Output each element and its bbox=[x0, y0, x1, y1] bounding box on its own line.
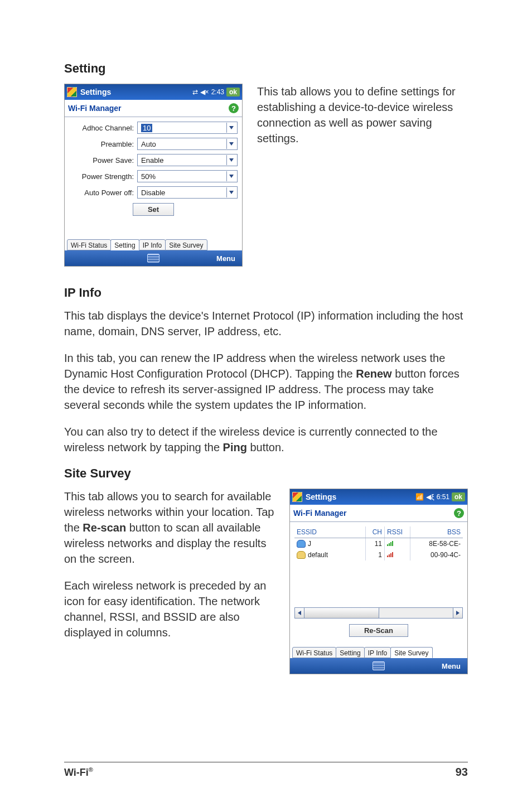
titlebar: Settings 📶 ◀ξ 6:51 ok bbox=[290, 489, 467, 505]
signal-icon: 📶 bbox=[415, 493, 424, 501]
ok-button[interactable]: ok bbox=[452, 492, 465, 501]
tab-site-survey[interactable]: Site Survey bbox=[390, 647, 432, 658]
col-ch[interactable]: CH bbox=[366, 526, 385, 538]
rssi-value bbox=[385, 549, 410, 561]
titlebar: Settings ⇄ ◀× 2:43 ok bbox=[65, 84, 242, 100]
network-secure-icon bbox=[297, 540, 306, 548]
setting-description: This tab allows you to define settings f… bbox=[257, 84, 468, 146]
sitesurvey-row: This tab allows you to search for availa… bbox=[64, 489, 468, 674]
bottombar: Menu bbox=[65, 250, 242, 266]
label-power-save: Power Save: bbox=[69, 156, 137, 165]
bssid-value: 00-90-4C- bbox=[410, 549, 463, 561]
keyboard-icon[interactable] bbox=[147, 254, 159, 263]
col-essid[interactable]: ESSID bbox=[294, 526, 366, 538]
rescan-button[interactable]: Re-Scan bbox=[349, 624, 408, 637]
ipinfo-p2: In this tab, you can renew the IP addres… bbox=[64, 350, 468, 413]
ok-button[interactable]: ok bbox=[226, 88, 240, 96]
screenshot-sitesurvey: Settings 📶 ◀ξ 6:51 ok Wi-Fi Manager ? ES… bbox=[289, 489, 468, 674]
help-icon[interactable]: ? bbox=[229, 103, 239, 113]
page-number: 93 bbox=[456, 766, 468, 779]
tabstrip: Wi-Fi Status Setting IP Info Site Survey bbox=[290, 645, 467, 658]
setting-row: Settings ⇄ ◀× 2:43 ok Wi-Fi Manager ? Ad… bbox=[64, 84, 468, 267]
label-power-strength: Power Strength: bbox=[69, 172, 137, 181]
menu-button[interactable]: Menu bbox=[216, 250, 235, 266]
table-body: J 11 8E-58-CE- default 1 bbox=[294, 538, 463, 605]
system-tray: ⇄ ◀× 2:43 ok bbox=[192, 88, 240, 96]
ping-keyword: Ping bbox=[223, 441, 247, 453]
sitesurvey-p1: This tab allows you to search for availa… bbox=[64, 489, 275, 567]
bssid-value: 8E-58-CE- bbox=[410, 538, 463, 549]
chevron-down-icon[interactable] bbox=[226, 139, 236, 149]
tabstrip: Wi-Fi Status Setting IP Info Site Survey bbox=[65, 237, 242, 250]
sitesurvey-p2: Each wireless network is preceded by an … bbox=[64, 578, 275, 640]
chevron-down-icon[interactable] bbox=[226, 123, 236, 133]
scroll-right-button[interactable] bbox=[453, 608, 462, 618]
setting-content: Adhoc Channel: 10 Preamble: Auto Power S… bbox=[65, 117, 242, 237]
label-adhoc-channel: Adhoc Channel: bbox=[69, 124, 137, 132]
field-auto-power-off: Auto Power off: Disable bbox=[69, 186, 238, 199]
tab-ip-info[interactable]: IP Info bbox=[139, 239, 166, 250]
col-bssid[interactable]: BSS bbox=[410, 526, 463, 538]
horizontal-scrollbar[interactable] bbox=[294, 607, 463, 619]
label-preamble: Preamble: bbox=[69, 140, 137, 148]
help-icon[interactable]: ? bbox=[454, 508, 464, 518]
page-footer: Wi-Fi® 93 bbox=[64, 762, 468, 779]
ipinfo-p3c: button. bbox=[247, 441, 284, 453]
tab-setting[interactable]: Setting bbox=[336, 647, 364, 658]
label-auto-power-off: Auto Power off: bbox=[69, 189, 137, 197]
heading-sitesurvey: Site Survey bbox=[64, 466, 468, 481]
tab-wifi-status[interactable]: Wi-Fi Status bbox=[292, 647, 336, 658]
dropdown-power-strength[interactable]: 50% bbox=[137, 170, 238, 182]
heading-setting: Setting bbox=[64, 61, 468, 76]
screenshot-setting: Settings ⇄ ◀× 2:43 ok Wi-Fi Manager ? Ad… bbox=[64, 84, 243, 267]
ipinfo-p1: This tab displays the device's Internet … bbox=[64, 308, 468, 339]
document-page: Setting Settings ⇄ ◀× 2:43 ok Wi-Fi Mana… bbox=[0, 0, 532, 802]
ch-value: 11 bbox=[366, 538, 385, 549]
bottombar: Menu bbox=[290, 658, 467, 674]
menu-button[interactable]: Menu bbox=[442, 658, 461, 674]
tab-ip-info[interactable]: IP Info bbox=[364, 647, 391, 658]
tab-site-survey[interactable]: Site Survey bbox=[165, 239, 207, 250]
flag-icon bbox=[67, 87, 77, 97]
tab-setting[interactable]: Setting bbox=[110, 239, 139, 250]
subheader: Wi-Fi Manager ? bbox=[290, 505, 467, 522]
flag-icon bbox=[292, 492, 302, 502]
chevron-down-icon[interactable] bbox=[226, 155, 236, 165]
scroll-track[interactable] bbox=[304, 608, 453, 618]
footer-wifi: Wi-Fi bbox=[64, 767, 89, 778]
set-button[interactable]: Set bbox=[133, 203, 174, 216]
chevron-down-icon[interactable] bbox=[226, 187, 236, 197]
connection-icon: ⇄ bbox=[192, 88, 198, 96]
table-row[interactable]: default 1 00-90-4C- bbox=[294, 549, 463, 561]
scroll-left-button[interactable] bbox=[295, 608, 304, 618]
chevron-down-icon[interactable] bbox=[226, 171, 236, 181]
speaker-icon: ◀ξ bbox=[426, 493, 434, 501]
subheader: Wi-Fi Manager ? bbox=[65, 100, 242, 117]
scroll-thumb[interactable] bbox=[304, 608, 379, 618]
renew-keyword: Renew bbox=[356, 368, 391, 380]
dropdown-auto-power-off[interactable]: Disable bbox=[137, 186, 238, 199]
footer-left: Wi-Fi® bbox=[64, 766, 93, 779]
value-auto-power-off: Disable bbox=[141, 189, 165, 197]
dropdown-adhoc-channel[interactable]: 10 bbox=[137, 122, 238, 134]
tab-wifi-status[interactable]: Wi-Fi Status bbox=[67, 239, 111, 250]
network-open-icon bbox=[297, 551, 306, 559]
dropdown-preamble[interactable]: Auto bbox=[137, 138, 238, 150]
value-power-save: Enable bbox=[141, 156, 163, 165]
field-power-save: Power Save: Enable bbox=[69, 154, 238, 166]
app-title: Wi-Fi Manager bbox=[68, 104, 122, 113]
keyboard-icon[interactable] bbox=[373, 661, 385, 670]
table-row[interactable]: J 11 8E-58-CE- bbox=[294, 538, 463, 549]
heading-ipinfo: IP Info bbox=[64, 286, 468, 300]
value-preamble: Auto bbox=[141, 140, 156, 148]
sitesurvey-content: ESSID CH RSSI BSS J 11 bbox=[290, 522, 467, 645]
field-preamble: Preamble: Auto bbox=[69, 138, 238, 150]
dropdown-power-save[interactable]: Enable bbox=[137, 154, 238, 166]
system-tray: 📶 ◀ξ 6:51 ok bbox=[415, 492, 465, 501]
ch-value: 1 bbox=[366, 549, 385, 561]
field-adhoc-channel: Adhoc Channel: 10 bbox=[69, 122, 238, 134]
col-rssi[interactable]: RSSI bbox=[385, 526, 410, 538]
speaker-icon: ◀× bbox=[200, 88, 209, 96]
essid-value: J bbox=[308, 540, 311, 548]
value-adhoc-channel: 10 bbox=[141, 124, 152, 132]
